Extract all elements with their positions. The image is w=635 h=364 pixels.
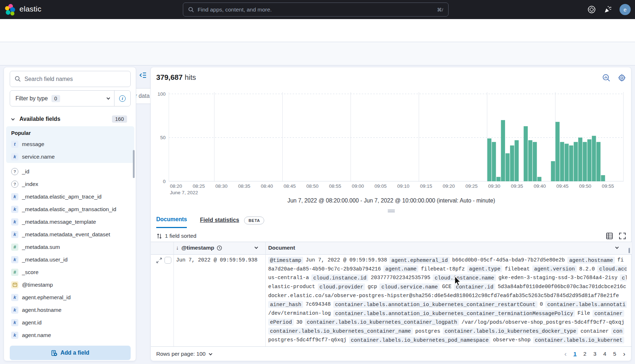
field-value: us-central1-a <box>268 275 309 281</box>
elastic-logo-icon[interactable] <box>5 4 17 15</box>
field-list: ?_id?_indexk_metadata.elastic_apm_trace_… <box>6 165 134 341</box>
keyword-token-icon: k <box>11 231 18 238</box>
svg-text:08:20: 08:20 <box>170 183 182 189</box>
svg-text:08:45: 08:45 <box>284 183 296 189</box>
user-avatar[interactable]: e <box>620 4 631 15</box>
field-item-_index[interactable]: ?_index <box>6 178 134 190</box>
pagination-next[interactable]: › <box>623 350 625 358</box>
timestamp-column-menu-icon[interactable] <box>255 245 258 249</box>
search-icon <box>188 7 194 13</box>
collapse-sidebar-icon[interactable] <box>139 72 147 79</box>
svg-text:08:50: 08:50 <box>306 183 319 189</box>
svg-text:09:30: 09:30 <box>488 183 500 189</box>
pagination-page-2[interactable]: 2 <box>584 351 587 357</box>
field-item-service.name[interactable]: kservice.name <box>6 150 134 163</box>
add-field-button[interactable]: Add a field <box>10 346 131 360</box>
field-search[interactable] <box>10 71 131 87</box>
pagination-prev[interactable]: ‹ <box>564 350 567 358</box>
field-search-input[interactable] <box>24 76 126 82</box>
field-value: Jun 7, 2022 @ 09:59:59.938 <box>306 257 387 263</box>
svg-text:08:30: 08:30 <box>215 183 228 189</box>
field-key-pill: container.labels.io_kubernetes_docker_ty… <box>443 328 578 335</box>
keyword-token-icon: k <box>11 193 18 200</box>
pagination-page-1[interactable]: 1 <box>573 351 577 357</box>
field-item-_metadata.metadata_event_dataset[interactable]: k_metadata.metadata_event_dataset <box>6 228 134 241</box>
field-item-_score[interactable]: #_score <box>6 266 134 278</box>
unknown-token-icon: ? <box>11 181 18 188</box>
field-key-pill: container.labels.io_kubernetes_container… <box>268 328 413 335</box>
field-item-agent.ephemeral_id[interactable]: kagent.ephemeral_id <box>6 291 134 304</box>
document-column-menu-icon[interactable] <box>615 245 619 249</box>
svg-text:09:40: 09:40 <box>533 183 546 189</box>
histogram-chart[interactable]: 05010008:2008:2508:3008:3508:4008:4508:5… <box>151 87 632 200</box>
sidebar-scrollbar[interactable] <box>133 150 135 178</box>
available-fields-header[interactable]: Available fields 160 <box>4 113 136 125</box>
field-item-_metadata.message_template[interactable]: k_metadata.message_template <box>6 215 134 228</box>
column-divider <box>174 242 174 346</box>
field-item-_metadata.elastic_apm_trace_id[interactable]: k_metadata.elastic_apm_trace_id <box>6 190 134 203</box>
field-key-pill: container.id <box>454 283 495 290</box>
fields-sidebar: Filter by type 0 i Available fields 160 … <box>4 67 136 361</box>
field-name: @timestamp <box>22 282 53 288</box>
svg-text:09:05: 09:05 <box>374 183 387 189</box>
field-key-pill: container.labels.io_kubernet <box>533 337 625 343</box>
chart-subtitle: Jun 7, 2022 @ 08:20:00.000 - Jun 7, 2022… <box>151 197 632 204</box>
filter-count-badge: 0 <box>51 95 60 102</box>
field-item-_metadata.sum[interactable]: #_metadata.sum <box>6 241 134 253</box>
fullscreen-icon[interactable] <box>619 232 626 240</box>
row-checkbox[interactable] <box>165 257 171 264</box>
field-item-agent.id[interactable]: kagent.id <box>6 316 134 329</box>
field-item-_metadata.user_id[interactable]: k_metadata.user_id <box>6 253 134 266</box>
document-column-header[interactable]: Document <box>268 245 295 251</box>
field-sorted-button[interactable]: 1 field sorted <box>165 233 197 239</box>
timestamp-column-header[interactable]: ↓ @timestamp <box>176 245 222 251</box>
number-token-icon: # <box>11 244 18 251</box>
field-info-button[interactable]: i <box>114 95 130 102</box>
tab-field-statistics[interactable]: Field statistics <box>200 217 239 228</box>
main-panel: 379,687 hits 05010008:2008:2508:3008:350… <box>150 67 631 361</box>
popular-field-list: tmessagekservice.name <box>6 138 134 163</box>
gear-icon[interactable] <box>618 74 626 82</box>
svg-text:08:35: 08:35 <box>238 183 250 189</box>
global-search-input[interactable] <box>198 6 437 13</box>
svg-text:09:00: 09:00 <box>352 183 364 189</box>
keyword-token-icon: k <box>11 153 18 160</box>
pagination-page-4[interactable]: 4 <box>603 351 607 357</box>
grid-scrollbar[interactable] <box>629 248 630 253</box>
text-token-icon: t <box>11 141 18 148</box>
field-value: /var/log/pods/observe-shop_postgres-5dc4… <box>461 319 624 325</box>
sort-fields-icon[interactable] <box>156 233 162 239</box>
expand-row-icon[interactable] <box>156 257 162 264</box>
field-value: 0 <box>540 301 543 307</box>
field-key-pill: agent.ephemeral_id <box>389 257 450 264</box>
field-item-message[interactable]: tmessage <box>6 138 134 150</box>
field-item-_metadata.elastic_apm_transaction_id[interactable]: k_metadata.elastic_apm_transaction_id <box>6 203 134 215</box>
field-item-agent.name[interactable]: kagent.name <box>6 329 134 341</box>
field-value: observe-shop <box>493 337 530 343</box>
newsfeed-party-icon[interactable] <box>603 5 612 14</box>
field-value: 30 <box>296 319 302 325</box>
column-divider <box>265 242 266 346</box>
beta-badge: BETA <box>244 217 264 224</box>
field-name: _metadata.elastic_apm_transaction_id <box>22 206 116 213</box>
keyword-token-icon: k <box>11 306 18 314</box>
document-cell[interactable]: @timestampJun 7, 2022 @ 09:59:59.938agen… <box>268 256 627 345</box>
field-name: _metadata.metadata_event_dataset <box>22 231 110 238</box>
svg-text:09:35: 09:35 <box>511 183 523 189</box>
resize-handle[interactable] <box>388 210 395 213</box>
pagination-page-5[interactable]: 5 <box>613 351 616 357</box>
pagination-page-3[interactable]: 3 <box>593 351 596 357</box>
document-line: docker.elastic.co/sa/observe-postgres-hi… <box>268 291 627 300</box>
grid-toolbar: 1 field sorted <box>151 230 632 242</box>
field-item-_id[interactable]: ?_id <box>6 165 134 178</box>
rows-per-page-button[interactable]: Rows per page: 100 <box>156 351 211 357</box>
chart-inspect-icon[interactable] <box>602 74 611 82</box>
tab-documents[interactable]: Documents <box>156 216 187 228</box>
display-options-icon[interactable] <box>606 232 613 240</box>
field-key-pill: ainer_hash <box>268 301 303 308</box>
global-search[interactable]: ⌘/ <box>183 3 449 17</box>
filter-by-type[interactable]: Filter by type 0 i <box>10 90 131 106</box>
field-item-@timestamp[interactable]: @timestamp <box>6 278 134 291</box>
help-icon[interactable] <box>587 5 596 14</box>
field-item-agent.hostname[interactable]: kagent.hostname <box>6 304 134 316</box>
